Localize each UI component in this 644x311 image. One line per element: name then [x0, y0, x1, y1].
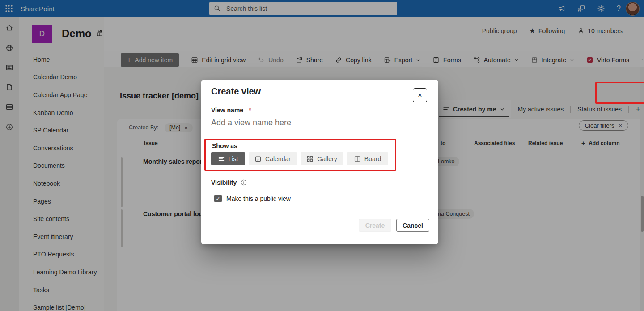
show-as-toggle-group: List Calendar Gallery Board — [211, 152, 388, 165]
view-name-input[interactable] — [211, 118, 428, 132]
show-as-calendar-button[interactable]: Calendar — [249, 152, 297, 165]
close-icon: × — [418, 91, 422, 99]
info-icon[interactable] — [240, 179, 247, 186]
calendar-icon — [255, 156, 261, 162]
dialog-close-button[interactable]: × — [413, 88, 427, 102]
required-asterisk: * — [249, 107, 251, 114]
dialog-title: Create view — [211, 86, 261, 97]
board-icon — [354, 156, 360, 162]
public-view-checkbox-row[interactable]: ✓ Make this a public view — [214, 195, 291, 202]
show-as-gallery-button[interactable]: Gallery — [301, 152, 343, 165]
create-view-dialog: Create view × View name* Show as List Ca… — [201, 80, 438, 244]
visibility-label: Visibility — [211, 179, 247, 186]
gallery-icon — [307, 156, 313, 162]
list-icon — [218, 156, 225, 162]
checkmark-icon: ✓ — [216, 196, 220, 202]
view-name-label: View name* — [211, 107, 251, 114]
public-view-checkbox[interactable]: ✓ — [214, 195, 222, 202]
show-as-board-button[interactable]: Board — [347, 152, 388, 165]
show-as-list-button[interactable]: List — [211, 152, 245, 165]
create-button[interactable]: Create — [359, 219, 391, 232]
public-view-label: Make this a public view — [226, 195, 291, 202]
show-as-label: Show as — [212, 142, 237, 149]
cancel-button[interactable]: Cancel — [396, 219, 429, 232]
sharepoint-screen: SharePoint ? — [0, 0, 644, 311]
